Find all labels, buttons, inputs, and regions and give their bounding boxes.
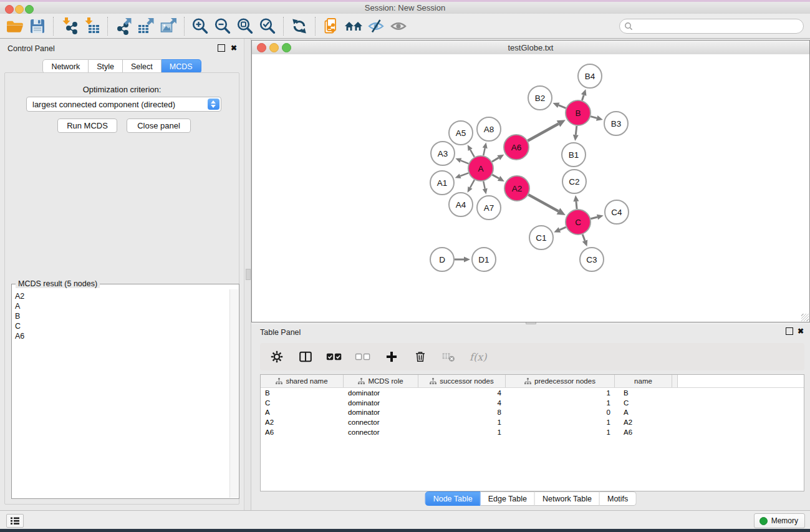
open-file-icon[interactable]: [4, 16, 26, 37]
node-C3[interactable]: C3: [580, 248, 604, 271]
tab-node-table[interactable]: Node Table: [425, 491, 481, 506]
tab-motifs[interactable]: Motifs: [600, 491, 636, 506]
node-D1[interactable]: D1: [472, 248, 496, 271]
edge-A-A3[interactable]: [455, 158, 468, 164]
edge-A-A6[interactable]: [492, 155, 504, 162]
tab-network-table[interactable]: Network Table: [535, 491, 600, 506]
column-header-name[interactable]: name: [615, 375, 672, 387]
deselect-all-columns-icon[interactable]: [355, 349, 371, 365]
show-columns-icon[interactable]: [297, 349, 314, 365]
edge-A-A2[interactable]: [492, 175, 504, 181]
node-A8[interactable]: A8: [477, 117, 501, 141]
network-canvas-svg[interactable]: B4B2BB3A5A8A6A3B1AA1C2A2A4A7C4CC1C3DD1: [252, 54, 809, 322]
float-panel-icon[interactable]: [218, 44, 225, 53]
edge-C-C4[interactable]: [591, 215, 603, 220]
zoom-in-icon[interactable]: [189, 16, 211, 37]
export-table-icon[interactable]: [135, 16, 157, 37]
window-resize-handle[interactable]: [801, 314, 809, 321]
import-network-icon[interactable]: [58, 16, 80, 37]
float-table-panel-icon[interactable]: [786, 327, 793, 336]
graphics-details-icon[interactable]: [365, 16, 387, 37]
home-icon[interactable]: [342, 16, 365, 37]
node-A7[interactable]: A7: [477, 196, 501, 220]
edge-B-B3[interactable]: [591, 115, 603, 121]
delete-column-trash-icon[interactable]: [412, 349, 428, 365]
table-row[interactable]: Adominator80A: [261, 407, 804, 417]
edge-A-A1[interactable]: [455, 173, 469, 178]
node-A[interactable]: A: [468, 156, 493, 181]
mcds-result-item[interactable]: A: [15, 301, 229, 311]
column-header-MCDS-role[interactable]: MCDS role: [344, 375, 418, 387]
edge-A-A5[interactable]: [468, 145, 475, 157]
task-history-list-icon[interactable]: [6, 514, 24, 528]
mcds-result-item[interactable]: B: [15, 311, 229, 321]
node-A4[interactable]: A4: [449, 193, 473, 216]
table-row[interactable]: A2connector11A2: [261, 417, 804, 427]
edge-D-D1[interactable]: [455, 257, 470, 263]
edge-A6-B[interactable]: [528, 120, 566, 141]
close-panel-icon[interactable]: ✖: [231, 44, 237, 52]
column-header-shared-name[interactable]: shared name: [261, 375, 344, 387]
mcds-result-scrollbar[interactable]: [229, 289, 238, 498]
node-C4[interactable]: C4: [605, 200, 629, 224]
clone-network-icon[interactable]: [320, 16, 342, 37]
node-D[interactable]: D: [430, 248, 454, 271]
edge-C-C3[interactable]: [582, 235, 587, 247]
node-C2[interactable]: C2: [562, 170, 586, 193]
mcds-result-item[interactable]: A2: [15, 291, 229, 301]
select-all-columns-icon[interactable]: [326, 349, 342, 365]
import-table-icon[interactable]: [80, 16, 103, 37]
edge-A2-C[interactable]: [528, 195, 565, 215]
node-A3[interactable]: A3: [431, 142, 455, 165]
tab-network[interactable]: Network: [42, 59, 89, 74]
divider-grip[interactable]: [246, 269, 251, 280]
network-canvas[interactable]: B4B2BB3A5A8A6A3B1AA1C2A2A4A7C4CC1C3DD1: [252, 54, 809, 322]
create-column-plus-icon[interactable]: [383, 349, 400, 365]
zoom-out-icon[interactable]: [211, 16, 234, 37]
column-header-successor-nodes[interactable]: successor nodes: [418, 375, 506, 387]
table-row[interactable]: Cdominator41C: [261, 398, 804, 408]
edge-B-B1[interactable]: [573, 126, 579, 141]
node-B1[interactable]: B1: [562, 143, 586, 167]
edge-A-A8[interactable]: [483, 143, 488, 156]
fit-content-icon[interactable]: [234, 16, 256, 37]
node-A5[interactable]: A5: [449, 121, 473, 145]
column-header-predecessor-nodes[interactable]: predecessor nodes: [506, 375, 615, 387]
node-B[interactable]: B: [566, 100, 591, 125]
tab-select[interactable]: Select: [123, 59, 162, 74]
edge-C-C1[interactable]: [554, 227, 566, 232]
save-session-icon[interactable]: [26, 16, 49, 37]
node-B3[interactable]: B3: [604, 112, 628, 135]
export-network-icon[interactable]: [112, 16, 135, 37]
run-mcds-button[interactable]: Run MCDS: [57, 118, 117, 133]
edge-B-B4[interactable]: [581, 89, 587, 100]
criterion-select[interactable]: largest connected component (directed): [26, 97, 221, 112]
node-C[interactable]: C: [566, 210, 591, 235]
edge-B-B2[interactable]: [552, 103, 566, 109]
panel-divider-vertical[interactable]: [244, 39, 251, 510]
select-stepper-icon[interactable]: [208, 99, 219, 110]
export-image-icon[interactable]: [157, 16, 180, 37]
search-input[interactable]: [635, 20, 800, 32]
node-B4[interactable]: B4: [578, 64, 602, 88]
edge-A-A4[interactable]: [468, 180, 475, 192]
refresh-icon[interactable]: [288, 16, 311, 37]
close-panel-button[interactable]: Close panel: [127, 118, 191, 133]
node-C1[interactable]: C1: [529, 226, 553, 249]
node-A2[interactable]: A2: [504, 176, 529, 201]
edge-A-A7[interactable]: [483, 181, 488, 195]
node-B2[interactable]: B2: [528, 86, 552, 110]
tab-mcds[interactable]: MCDS: [162, 59, 201, 74]
tab-edge-table[interactable]: Edge Table: [481, 491, 535, 506]
zoom-selected-icon[interactable]: [256, 16, 279, 37]
table-row[interactable]: Bdominator41B: [261, 388, 804, 398]
table-settings-gear-icon[interactable]: [269, 349, 285, 365]
memory-button[interactable]: Memory: [754, 513, 805, 528]
birds-eye-view-icon[interactable]: [387, 16, 410, 37]
mcds-result-item[interactable]: C: [15, 321, 229, 331]
mcds-result-item[interactable]: A6: [15, 331, 229, 341]
edge-C-C2[interactable]: [573, 195, 579, 209]
table-row[interactable]: A6connector11A6: [261, 427, 804, 437]
node-A1[interactable]: A1: [430, 171, 454, 195]
network-window-titlebar[interactable]: testGlobe.txt: [252, 41, 809, 55]
